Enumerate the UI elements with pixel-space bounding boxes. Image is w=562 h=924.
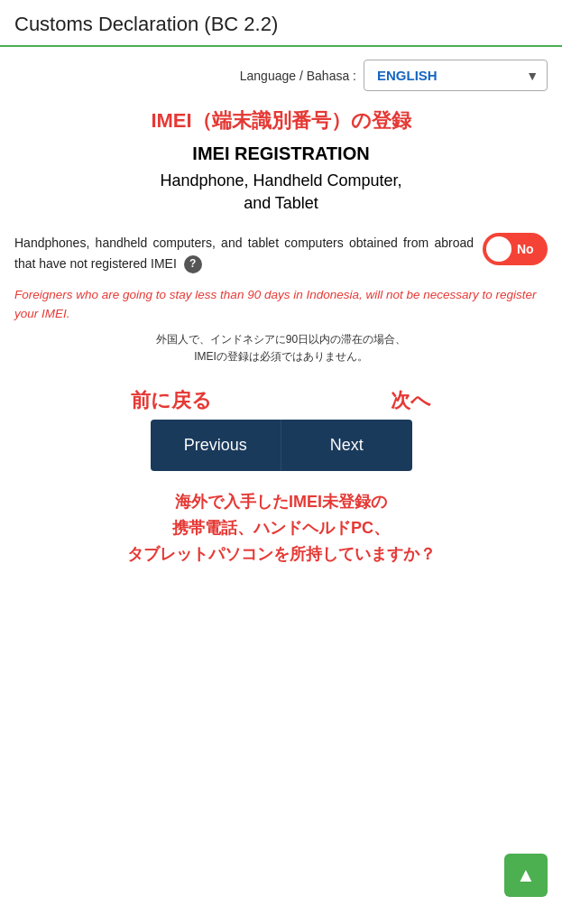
page-header: Customs Declaration (BC 2.2) — [0, 0, 562, 47]
bottom-japanese-text: 海外で入手したIMEI未登録の携帯電話、ハンドヘルドPC、タブレットパソコンを所… — [14, 489, 548, 594]
language-bar: Language / Bahasa : ENGLISH BAHASA INDON… — [0, 47, 562, 98]
toggle-container[interactable]: No — [483, 233, 548, 265]
description-text: Handphones, handheld computers, and tabl… — [14, 233, 483, 273]
scroll-top-button[interactable]: ▲ — [504, 854, 548, 897]
toggle-switch[interactable]: No — [483, 233, 548, 265]
english-imei-title: IMEI REGISTRATION — [14, 143, 548, 164]
italic-notice: Foreigners who are going to stay less th… — [14, 286, 548, 324]
help-icon[interactable]: ? — [184, 255, 202, 273]
toggle-label: No — [517, 242, 534, 256]
imei-subtitle: Handphone, Handheld Computer,and Tablet — [14, 170, 548, 215]
language-select-wrapper[interactable]: ENGLISH BAHASA INDONESIA JAPANESE CHINES… — [364, 60, 548, 91]
chevron-up-icon: ▲ — [516, 864, 536, 887]
prev-label: 前に戻る — [131, 387, 212, 414]
page-title: Customs Declaration (BC 2.2) — [14, 13, 548, 36]
next-label: 次へ — [391, 387, 431, 414]
japanese-imei-title: IMEI（端末識別番号）の登録 — [14, 107, 548, 134]
toggle-knob — [486, 236, 511, 262]
previous-button[interactable]: Previous — [151, 420, 281, 471]
language-select[interactable]: ENGLISH BAHASA INDONESIA JAPANESE CHINES… — [364, 60, 548, 91]
japanese-note: 外国人で、インドネシアに90日以内の滞在の場合、IMEIの登録は必須ではありませ… — [14, 331, 548, 365]
language-label: Language / Bahasa : — [240, 69, 356, 83]
next-button[interactable]: Next — [281, 420, 412, 471]
description-body: Handphones, handheld computers, and tabl… — [14, 236, 474, 270]
description-row: Handphones, handheld computers, and tabl… — [14, 233, 548, 273]
nav-buttons: Previous Next — [151, 420, 412, 471]
main-content: IMEI（端末識別番号）の登録 IMEI REGISTRATION Handph… — [0, 98, 562, 595]
nav-labels: 前に戻る 次へ — [14, 387, 548, 414]
